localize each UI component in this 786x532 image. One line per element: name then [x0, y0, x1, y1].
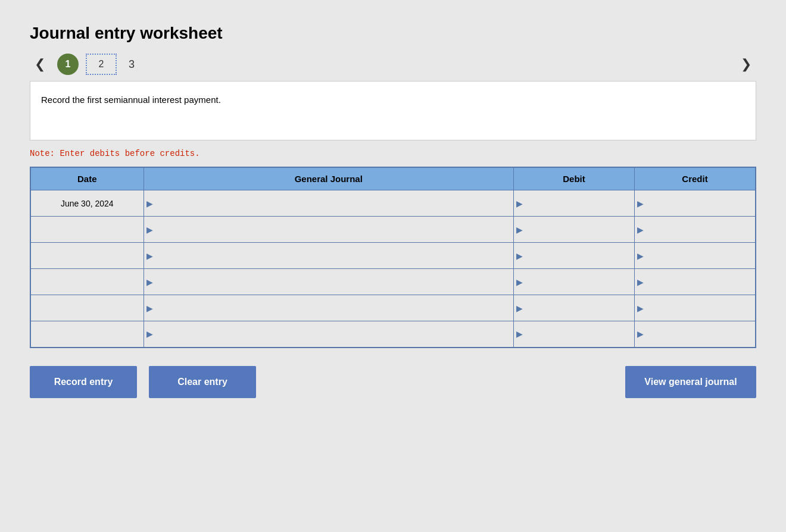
- journal-cell-5[interactable]: ▶: [144, 321, 514, 348]
- table-row: June 30, 2024▶▶▶: [30, 190, 756, 217]
- step-3[interactable]: 3: [124, 56, 139, 73]
- date-cell-4: [30, 295, 144, 321]
- journal-cell-2[interactable]: ▶: [144, 243, 514, 269]
- table-header-row: Date General Journal Debit Credit: [30, 167, 756, 190]
- journal-input-0[interactable]: [155, 196, 514, 211]
- debit-arrow-2: ▶: [514, 251, 525, 261]
- credit-cell-4[interactable]: ▶: [635, 295, 756, 321]
- credit-cell-3[interactable]: ▶: [635, 269, 756, 295]
- credit-arrow-3: ▶: [635, 277, 646, 287]
- credit-cell-2[interactable]: ▶: [635, 243, 756, 269]
- journal-cell-4[interactable]: ▶: [144, 295, 514, 321]
- debit-cell-4[interactable]: ▶: [514, 295, 635, 321]
- journal-arrow-4: ▶: [144, 303, 155, 313]
- table-row: ▶▶▶: [30, 217, 756, 243]
- journal-table: Date General Journal Debit Credit June 3…: [30, 167, 756, 348]
- debit-input-1[interactable]: [525, 223, 634, 237]
- journal-arrow-2: ▶: [144, 251, 155, 261]
- header-date: Date: [30, 167, 144, 190]
- debit-input-3[interactable]: [525, 275, 634, 289]
- credit-input-0[interactable]: [646, 196, 755, 211]
- header-credit: Credit: [635, 167, 756, 190]
- header-debit: Debit: [514, 167, 635, 190]
- debit-cell-1[interactable]: ▶: [514, 217, 635, 243]
- step-navigation: ❮ 1 2 3 ❯: [30, 54, 756, 75]
- credit-arrow-1: ▶: [635, 225, 646, 234]
- page-container: Journal entry worksheet ❮ 1 2 3 ❯ Record…: [12, 12, 774, 416]
- debit-input-0[interactable]: [525, 196, 634, 211]
- record-entry-button[interactable]: Record entry: [30, 366, 137, 398]
- credit-cell-1[interactable]: ▶: [635, 217, 756, 243]
- prev-arrow[interactable]: ❮: [30, 54, 50, 74]
- credit-cell-5[interactable]: ▶: [635, 321, 756, 348]
- journal-input-1[interactable]: [155, 223, 514, 237]
- credit-arrow-5: ▶: [635, 329, 646, 339]
- debit-arrow-4: ▶: [514, 303, 525, 313]
- journal-arrow-0: ▶: [144, 199, 155, 208]
- table-row: ▶▶▶: [30, 295, 756, 321]
- instruction-box: Record the first semiannual interest pay…: [30, 81, 756, 140]
- credit-input-2[interactable]: [646, 249, 755, 263]
- credit-input-3[interactable]: [646, 275, 755, 289]
- journal-cell-1[interactable]: ▶: [144, 217, 514, 243]
- date-cell-3: [30, 269, 144, 295]
- debit-input-4[interactable]: [525, 301, 634, 315]
- debit-cell-0[interactable]: ▶: [514, 190, 635, 217]
- journal-input-2[interactable]: [155, 249, 514, 263]
- buttons-row: Record entry Clear entry View general jo…: [30, 366, 756, 398]
- debit-arrow-3: ▶: [514, 277, 525, 287]
- note-text: Note: Enter debits before credits.: [30, 149, 756, 158]
- view-general-journal-button[interactable]: View general journal: [625, 366, 756, 398]
- debit-cell-3[interactable]: ▶: [514, 269, 635, 295]
- credit-arrow-0: ▶: [635, 199, 646, 208]
- date-cell-2: [30, 243, 144, 269]
- journal-input-4[interactable]: [155, 301, 514, 315]
- debit-input-2[interactable]: [525, 249, 634, 263]
- credit-arrow-2: ▶: [635, 251, 646, 261]
- credit-cell-0[interactable]: ▶: [635, 190, 756, 217]
- journal-arrow-3: ▶: [144, 277, 155, 287]
- credit-arrow-4: ▶: [635, 303, 646, 313]
- debit-arrow-5: ▶: [514, 329, 525, 339]
- step-2-active[interactable]: 2: [86, 54, 117, 75]
- clear-entry-button[interactable]: Clear entry: [149, 366, 256, 398]
- debit-cell-5[interactable]: ▶: [514, 321, 635, 348]
- step-1-completed[interactable]: 1: [57, 54, 79, 75]
- instruction-text: Record the first semiannual interest pay…: [41, 95, 221, 105]
- header-journal: General Journal: [144, 167, 514, 190]
- journal-cell-0[interactable]: ▶: [144, 190, 514, 217]
- journal-arrow-5: ▶: [144, 329, 155, 339]
- table-row: ▶▶▶: [30, 321, 756, 348]
- credit-input-1[interactable]: [646, 223, 755, 237]
- debit-arrow-0: ▶: [514, 199, 525, 208]
- credit-input-4[interactable]: [646, 301, 755, 315]
- page-title: Journal entry worksheet: [30, 24, 756, 43]
- journal-input-5[interactable]: [155, 327, 514, 341]
- debit-arrow-1: ▶: [514, 225, 525, 234]
- credit-input-5[interactable]: [646, 327, 755, 341]
- journal-input-3[interactable]: [155, 275, 514, 289]
- debit-cell-2[interactable]: ▶: [514, 243, 635, 269]
- date-cell-5: [30, 321, 144, 348]
- table-row: ▶▶▶: [30, 269, 756, 295]
- date-cell-1: [30, 217, 144, 243]
- date-cell-0: June 30, 2024: [30, 190, 144, 217]
- next-arrow[interactable]: ❯: [736, 54, 756, 74]
- journal-cell-3[interactable]: ▶: [144, 269, 514, 295]
- debit-input-5[interactable]: [525, 327, 634, 341]
- journal-arrow-1: ▶: [144, 225, 155, 234]
- table-row: ▶▶▶: [30, 243, 756, 269]
